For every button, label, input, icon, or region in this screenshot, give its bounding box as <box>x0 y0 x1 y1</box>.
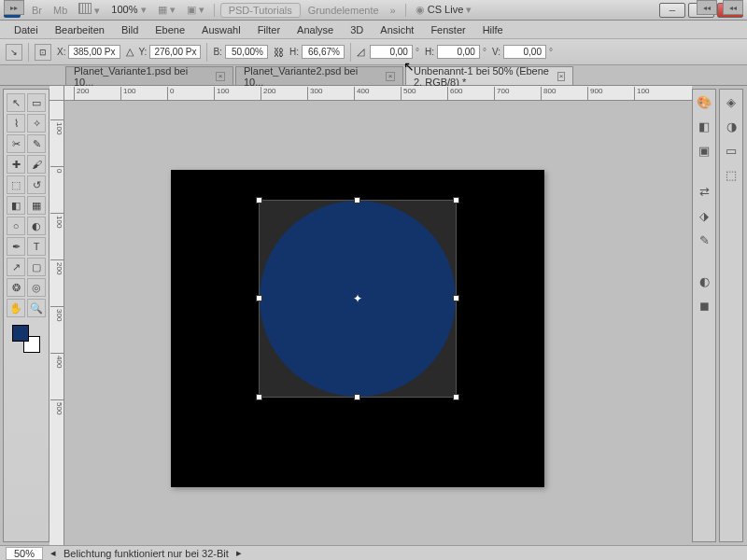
collapse-right-2-icon[interactable]: ◂◂ <box>723 0 743 15</box>
handle-bl[interactable] <box>256 394 262 400</box>
hskew-label: H: <box>425 47 434 57</box>
brush-panel-icon[interactable]: ✎ <box>696 231 712 248</box>
clone-panel-icon[interactable]: ⬚ <box>723 166 740 183</box>
vskew-field[interactable]: 0,00 <box>503 45 546 59</box>
menu-datei[interactable]: Datei <box>6 22 47 37</box>
ruler-horizontal[interactable]: 2001000100200300400500600700800900100 <box>64 86 692 101</box>
menu-ansicht[interactable]: Ansicht <box>372 22 422 37</box>
handle-bm[interactable] <box>354 394 360 400</box>
menu-filter[interactable]: Filter <box>249 22 289 37</box>
menu-bearbeiten[interactable]: Bearbeiten <box>47 22 113 37</box>
transform-bounds[interactable]: ✦ <box>259 200 457 398</box>
arrange-icon[interactable]: ▦ ▾ <box>152 2 181 18</box>
document-canvas[interactable]: ✦ <box>171 170 544 487</box>
status-bar: 50% ◂ Belichtung funktioniert nur bei 32… <box>0 545 747 560</box>
vskew-label: V: <box>492 47 500 57</box>
close-icon[interactable]: × <box>386 72 395 81</box>
screenmode-icon[interactable]: ▣ ▾ <box>181 2 210 18</box>
3d-tool[interactable]: ❂ <box>7 278 25 297</box>
handle-br[interactable] <box>453 394 459 400</box>
stamp-tool[interactable]: ⬚ <box>7 175 25 194</box>
panel-col-1: 🎨 ◧ ▣ ⇄ ⬗ ✎ ◐ ◼ <box>692 89 716 542</box>
x-label: X: <box>57 47 65 57</box>
zoom-display[interactable]: 100% ▾ <box>106 2 151 18</box>
history-brush-tool[interactable]: ↺ <box>27 175 46 194</box>
menu-auswahl[interactable]: Auswahl <box>193 22 249 37</box>
hskew-field[interactable]: 0,00 <box>437 45 480 59</box>
color-panel-icon[interactable]: 🎨 <box>696 93 712 110</box>
bridge-link[interactable]: Br <box>26 3 48 18</box>
handle-ml[interactable] <box>256 295 262 301</box>
blur-tool[interactable]: ○ <box>7 217 25 235</box>
close-icon[interactable]: × <box>216 72 225 81</box>
filmstrip-icon[interactable]: ▾ <box>73 1 106 19</box>
center-point[interactable]: ✦ <box>352 293 363 304</box>
hand-tool[interactable]: ✋ <box>7 299 25 317</box>
doc-tab-2[interactable]: Planet_Variante2.psd bei 10...× <box>235 66 403 85</box>
move-tool[interactable]: ↖ <box>7 93 25 112</box>
crop-tool[interactable]: ✂ <box>7 134 25 153</box>
menu-analyse[interactable]: Analyse <box>289 22 342 37</box>
eraser-tool[interactable]: ◧ <box>7 196 25 215</box>
collapse-right-1-icon[interactable]: ◂◂ <box>697 0 717 15</box>
styles-panel-icon[interactable]: ▣ <box>696 142 712 159</box>
menu-bild[interactable]: Bild <box>113 22 147 37</box>
channels-panel-icon[interactable]: ◼ <box>696 297 712 314</box>
doc-tab-1[interactable]: Planet_Variante1.psd bei 10...× <box>65 66 233 85</box>
ruler-vertical[interactable]: 1000100200300400500 <box>49 101 64 545</box>
gradient-tool[interactable]: ▦ <box>27 196 46 215</box>
pen-tool[interactable]: ✒ <box>7 237 25 256</box>
shape-tool[interactable]: ▢ <box>27 258 46 276</box>
swatches-panel-icon[interactable]: ◧ <box>696 118 712 134</box>
dodge-tool[interactable]: ◐ <box>27 217 46 235</box>
adjustments-panel-icon[interactable]: ⇄ <box>696 183 712 200</box>
path-tool[interactable]: ↗ <box>7 258 25 276</box>
cslive-link[interactable]: ◉ CS Live ▾ <box>410 2 478 18</box>
tool-preset-icon[interactable]: ↘ <box>6 44 22 61</box>
w-field[interactable]: 50,00% <box>225 45 268 59</box>
status-prev-icon[interactable]: ◂ <box>50 547 56 559</box>
minimize-button[interactable]: ─ <box>659 3 685 18</box>
handle-tm[interactable] <box>354 197 360 203</box>
wand-tool[interactable]: ✧ <box>27 114 46 133</box>
eyedropper-tool[interactable]: ✎ <box>27 134 46 153</box>
lasso-tool[interactable]: ⌇ <box>7 114 25 133</box>
y-field[interactable]: 276,00 Px <box>149 45 201 59</box>
marquee-tool[interactable]: ▭ <box>27 93 46 112</box>
menu-hilfe[interactable]: Hilfe <box>474 22 512 37</box>
info-panel-icon[interactable]: ▭ <box>723 142 740 159</box>
doc-tab-3[interactable]: Unbenannt-1 bei 50% (Ebene 2, RGB/8) *× <box>405 66 573 85</box>
masks-panel-icon[interactable]: ⬗ <box>696 207 712 224</box>
zoom-field[interactable]: 50% <box>6 547 43 560</box>
menu-ebene[interactable]: Ebene <box>147 22 193 37</box>
layers-panel-icon[interactable]: ◐ <box>696 273 712 289</box>
heal-tool[interactable]: ✚ <box>7 155 25 174</box>
handle-tr[interactable] <box>453 197 459 203</box>
color-swatches[interactable] <box>12 325 40 353</box>
delta-icon[interactable]: △ <box>126 46 134 58</box>
h-field[interactable]: 66,67% <box>302 45 345 59</box>
grundelemente-link[interactable]: Grundelemente <box>303 3 385 18</box>
minibridge-link[interactable]: Mb <box>48 3 73 18</box>
psd-tutorials-link[interactable]: PSD-Tutorials <box>220 3 301 18</box>
close-icon[interactable]: × <box>557 72 565 81</box>
menu-3d[interactable]: 3D <box>342 22 372 37</box>
ruler-origin[interactable] <box>49 86 64 101</box>
link-icon[interactable]: ⛓ <box>274 47 284 58</box>
histogram-panel-icon[interactable]: ◑ <box>723 118 740 134</box>
status-next-icon[interactable]: ▸ <box>236 547 242 559</box>
brush-tool[interactable]: 🖌 <box>27 155 46 174</box>
zoom-tool[interactable]: 🔍 <box>27 299 46 317</box>
handle-mr[interactable] <box>453 295 459 301</box>
navigator-panel-icon[interactable]: ◈ <box>723 93 740 110</box>
3d-camera-tool[interactable]: ◎ <box>27 278 46 297</box>
collapse-left-icon[interactable]: ▸▸ <box>4 0 24 15</box>
type-tool[interactable]: T <box>27 237 46 256</box>
x-field[interactable]: 385,00 Px <box>68 45 120 59</box>
handle-tl[interactable] <box>256 197 262 203</box>
angle-field[interactable]: 0,00 <box>370 45 413 59</box>
menu-fenster[interactable]: Fenster <box>422 22 473 37</box>
fg-color-swatch[interactable] <box>12 325 29 342</box>
more-icon[interactable]: » <box>385 3 402 18</box>
reference-point-icon[interactable]: ⊡ <box>35 44 51 61</box>
